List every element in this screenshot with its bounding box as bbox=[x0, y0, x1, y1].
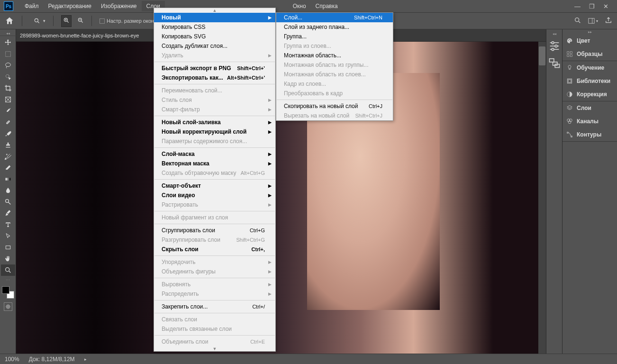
hand-tool[interactable] bbox=[1, 253, 15, 264]
color-swatches[interactable] bbox=[2, 286, 14, 299]
zoom-level[interactable]: 100% bbox=[5, 356, 19, 363]
pen-tool[interactable] bbox=[1, 208, 15, 219]
menu-scroll-handle[interactable]: ▼ bbox=[154, 346, 275, 351]
panel-библиотеки[interactable]: Библиотеки bbox=[563, 74, 617, 88]
panel-цвет[interactable]: Цвет bbox=[563, 34, 617, 47]
frame-tool[interactable] bbox=[1, 94, 15, 105]
menu-item-создать-дубликат-слоя---[interactable]: Создать дубликат слоя... bbox=[154, 41, 275, 51]
menu-item-монтажная-область-из-группы---: Монтажная область из группы... bbox=[276, 60, 393, 70]
menu-item-разгруппировать-слои: Разгруппировать слоиShift+Ctrl+G bbox=[154, 235, 275, 245]
menu-item-смарт-фильтр: Смарт-фильтр▶ bbox=[154, 105, 275, 114]
zoom-in-icon[interactable] bbox=[61, 15, 72, 27]
menu-item-закрепить-слои---[interactable]: Закрепить слои...Ctrl+/ bbox=[154, 302, 275, 311]
foreground-color-swatch[interactable] bbox=[2, 286, 9, 294]
menu-редактирование[interactable]: Редактирование bbox=[44, 1, 96, 11]
svg-line-1 bbox=[38, 22, 39, 23]
eyedropper-tool[interactable] bbox=[1, 105, 15, 117]
properties-panel-icon[interactable] bbox=[548, 39, 561, 52]
lasso-tool[interactable] bbox=[1, 60, 15, 71]
minimize-button[interactable]: — bbox=[574, 3, 581, 10]
menu-item-группа---[interactable]: Группа... bbox=[276, 32, 393, 41]
dodge-tool[interactable] bbox=[1, 196, 15, 208]
menu-item-слои-видео[interactable]: Слои видео▶ bbox=[154, 191, 275, 200]
menu-item-слой---[interactable]: Слой...Shift+Ctrl+N bbox=[276, 13, 393, 22]
shape-tool[interactable] bbox=[1, 242, 15, 253]
right-panels: ▸▸ ЦветОбразцы ОбучениеБиблиотекиКоррекц… bbox=[562, 29, 617, 354]
close-button[interactable]: ✕ bbox=[603, 3, 608, 10]
svg-point-22 bbox=[9, 121, 9, 121]
document-info[interactable]: Док: 8,12M/8,12M bbox=[29, 356, 75, 363]
menu-item-распределить: Распределить▶ bbox=[154, 289, 275, 299]
panel-коррекция[interactable]: Коррекция bbox=[563, 88, 617, 101]
menu-файл[interactable]: Файл bbox=[20, 1, 44, 11]
menu-item-скрыть-слои[interactable]: Скрыть слоиCtrl+, bbox=[154, 245, 275, 254]
quick-select-tool[interactable] bbox=[1, 71, 15, 82]
panel-контуры[interactable]: Контуры bbox=[563, 128, 617, 141]
type-tool[interactable] bbox=[1, 219, 15, 230]
panel-collapse-icon[interactable]: ◂◂ bbox=[546, 31, 563, 36]
panel-образцы[interactable]: Образцы bbox=[563, 47, 617, 61]
menu-item-экспортировать-как---[interactable]: Экспортировать как...Alt+Shift+Ctrl+' bbox=[154, 73, 275, 82]
blur-tool[interactable] bbox=[1, 185, 15, 196]
menu-окно[interactable]: Окно bbox=[288, 1, 311, 11]
menu-item-удалить: Удалить▶ bbox=[154, 51, 275, 60]
right-collapse-icon[interactable]: ▸▸ bbox=[563, 29, 617, 34]
menu-item-новый[interactable]: Новый▶ bbox=[154, 13, 275, 22]
search-icon[interactable] bbox=[574, 17, 581, 26]
history-brush-tool[interactable] bbox=[1, 151, 15, 162]
svg-rect-41 bbox=[567, 52, 569, 54]
brush-tool[interactable] bbox=[1, 128, 15, 139]
menu-item-создать-обтравочную-маску: Создать обтравочную маскуAlt+Ctrl+G bbox=[154, 168, 275, 178]
menu-item-группа-из-слоев---: Группа из слоев... bbox=[276, 41, 393, 51]
toolbox-collapse-icon[interactable]: ◂◂ bbox=[0, 31, 16, 36]
svg-rect-43 bbox=[567, 55, 569, 56]
menu-item-векторная-маска[interactable]: Векторная маска▶ bbox=[154, 159, 275, 168]
menu-item-быстрый-экспорт-в-png[interactable]: Быстрый экспорт в PNGShift+Ctrl+' bbox=[154, 64, 275, 73]
stamp-tool[interactable] bbox=[1, 139, 15, 151]
zoom-out-icon[interactable] bbox=[77, 17, 84, 25]
maximize-button[interactable]: ❐ bbox=[589, 3, 595, 10]
svg-rect-13 bbox=[5, 52, 10, 57]
menu-scroll-handle[interactable]: ▲ bbox=[154, 8, 275, 13]
vertical-scrollbar[interactable] bbox=[538, 42, 546, 354]
menu-item-копировать-css[interactable]: Копировать CSS bbox=[154, 22, 275, 32]
resize-windows-checkbox[interactable]: Настр. размер окон bbox=[100, 18, 154, 24]
menu-item-новый-корректирующий-слой[interactable]: Новый корректирующий слой▶ bbox=[154, 127, 275, 136]
document-tab[interactable]: 2898989-women-brunette-face-juicy-lips-b… bbox=[20, 33, 139, 38]
marquee-tool[interactable] bbox=[1, 48, 15, 60]
panel-каналы[interactable]: Каналы bbox=[563, 115, 617, 128]
svg-line-28 bbox=[9, 271, 10, 273]
menu-item-монтажная-область-из-слоев---: Монтажная область из слоев... bbox=[276, 70, 393, 79]
menu-item-выровнять: Выровнять▶ bbox=[154, 280, 275, 289]
crop-tool[interactable] bbox=[1, 82, 15, 94]
menu-изображение[interactable]: Изображение bbox=[96, 1, 142, 11]
collapsed-panels: ◂◂ bbox=[546, 29, 562, 354]
move-tool[interactable] bbox=[1, 37, 15, 48]
eraser-tool[interactable] bbox=[1, 162, 15, 173]
gradient-tool[interactable] bbox=[1, 173, 15, 185]
zoom-tool-preset[interactable]: ▾ bbox=[34, 18, 45, 24]
share-icon[interactable] bbox=[605, 17, 612, 26]
workspace-switcher-icon[interactable]: ▾ bbox=[588, 18, 598, 24]
menu-item-смарт-объект[interactable]: Смарт-объект▶ bbox=[154, 181, 275, 191]
menu-item-скопировать-на-новый-слой[interactable]: Скопировать на новый слойCtrl+J bbox=[276, 101, 393, 111]
zoom-tool[interactable] bbox=[1, 264, 15, 276]
svg-point-9 bbox=[575, 18, 579, 21]
menu-item-слой-маска[interactable]: Слой-маска▶ bbox=[154, 149, 275, 159]
menu-справка[interactable]: Справка bbox=[311, 1, 343, 11]
menu-item-монтажная-область---[interactable]: Монтажная область... bbox=[276, 51, 393, 60]
menu-item-сгруппировать-слои[interactable]: Сгруппировать слоиCtrl+G bbox=[154, 226, 275, 235]
quick-mask-icon[interactable] bbox=[4, 302, 12, 311]
svg-point-39 bbox=[569, 39, 570, 40]
svg-rect-26 bbox=[6, 246, 10, 249]
menu-item-новый-слой-заливка[interactable]: Новый слой-заливка▶ bbox=[154, 118, 275, 127]
menu-item-копировать-svg[interactable]: Копировать SVG bbox=[154, 32, 275, 41]
panel-слои[interactable]: Слои bbox=[563, 101, 617, 115]
history-panel-icon[interactable] bbox=[548, 56, 561, 69]
menu-item-упорядочить: Упорядочить▶ bbox=[154, 257, 275, 267]
path-select-tool[interactable] bbox=[1, 230, 15, 242]
healing-tool[interactable] bbox=[1, 117, 15, 128]
home-icon[interactable] bbox=[5, 16, 14, 26]
panel-обучение[interactable]: Обучение bbox=[563, 61, 617, 74]
menu-item-слой-из-заднего-плана---[interactable]: Слой из заднего плана... bbox=[276, 22, 393, 32]
